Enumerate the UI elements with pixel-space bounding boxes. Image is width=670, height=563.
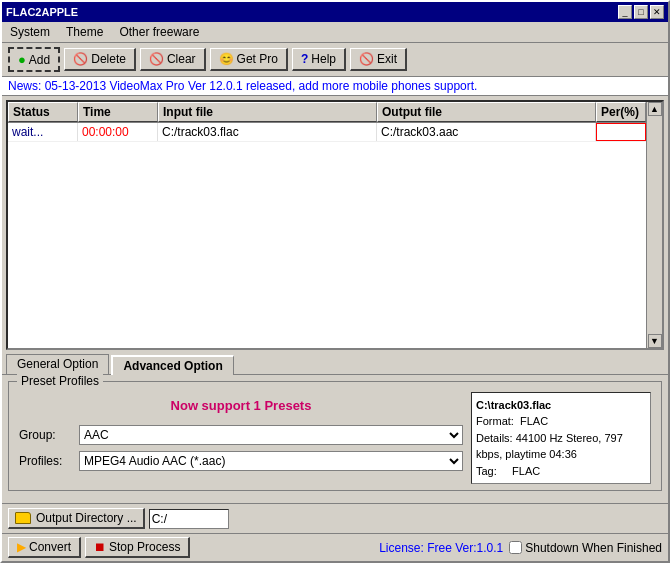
delete-button[interactable]: 🚫 Delete <box>64 48 136 71</box>
col-input: Input file <box>158 102 377 122</box>
col-percent: Per(%) <box>596 102 646 122</box>
menu-theme[interactable]: Theme <box>62 24 107 40</box>
info-line-2: Details: 44100 Hz Stereo, 797 <box>476 430 646 447</box>
cell-time: 00:00:00 <box>78 123 158 141</box>
add-button[interactable]: ● Add <box>8 47 60 72</box>
title-bar: FLAC2APPLE _ □ ✕ <box>2 2 668 22</box>
news-bar: News: 05-13-2013 VideoMax Pro Ver 12.0.1… <box>2 76 668 96</box>
exit-icon: 🚫 <box>359 52 374 66</box>
stop-icon: ⏹ <box>94 540 106 554</box>
cell-status: wait... <box>8 123 78 141</box>
toolbar: ● Add 🚫 Delete 🚫 Clear 😊 Get Pro ? Help … <box>2 43 668 76</box>
tab-general[interactable]: General Option <box>6 354 109 374</box>
title-bar-buttons: _ □ ✕ <box>618 5 664 19</box>
action-left: ▶ Convert ⏹ Stop Process <box>8 537 190 558</box>
news-text: News: 05-13-2013 VideoMax Pro Ver 12.0.1… <box>8 79 477 93</box>
add-icon: ● <box>18 52 26 67</box>
file-list-body: wait... 00:00:00 C:/track03.flac C:/trac… <box>8 123 646 348</box>
profiles-select[interactable]: MPEG4 Audio AAC (*.aac) <box>79 451 463 471</box>
getpro-button[interactable]: 😊 Get Pro <box>210 48 288 71</box>
main-window: FLAC2APPLE _ □ ✕ System Theme Other free… <box>0 0 670 563</box>
scroll-up-button[interactable]: ▲ <box>648 102 662 116</box>
shutdown-checkbox[interactable] <box>509 541 522 554</box>
info-line-4: Tag: FLAC <box>476 463 646 480</box>
help-button[interactable]: ? Help <box>292 48 346 71</box>
convert-button[interactable]: ▶ Convert <box>8 537 81 558</box>
minimize-button[interactable]: _ <box>618 5 632 19</box>
cell-output: C:/track03.aac <box>377 123 596 141</box>
col-status: Status <box>8 102 78 122</box>
options-panel: Preset Profiles Now support 1 Presets Gr… <box>2 374 668 504</box>
stop-process-button[interactable]: ⏹ Stop Process <box>85 537 190 558</box>
scrollbar-vertical[interactable]: ▲ ▼ <box>646 102 662 348</box>
tab-advanced[interactable]: Advanced Option <box>111 355 233 375</box>
info-line-1: Format: FLAC <box>476 413 646 430</box>
delete-icon: 🚫 <box>73 52 88 66</box>
preset-profiles-legend: Preset Profiles <box>17 374 103 388</box>
getpro-icon: 😊 <box>219 52 234 66</box>
clear-icon: 🚫 <box>149 52 164 66</box>
action-bar: ▶ Convert ⏹ Stop Process License: Free V… <box>2 533 668 561</box>
output-directory-bar: Output Directory ... <box>2 503 668 533</box>
group-field: Group: AAC <box>19 425 463 445</box>
group-select[interactable]: AAC <box>79 425 463 445</box>
action-right: License: Free Ver:1.0.1 Shutdown When Fi… <box>379 541 662 555</box>
help-icon: ? <box>301 52 308 66</box>
info-line-0: C:\track03.flac <box>476 397 646 414</box>
tabs-area: General Option Advanced Option <box>2 350 668 374</box>
preset-profiles-group: Preset Profiles Now support 1 Presets Gr… <box>8 381 662 492</box>
preset-inner: Now support 1 Presets Group: AAC Profile… <box>19 392 651 485</box>
scroll-down-button[interactable]: ▼ <box>648 334 662 348</box>
menu-bar: System Theme Other freeware <box>2 22 668 43</box>
clear-button[interactable]: 🚫 Clear <box>140 48 206 71</box>
preset-info-box: C:\track03.flac Format: FLAC Details: 44… <box>471 392 651 485</box>
close-button[interactable]: ✕ <box>650 5 664 19</box>
output-directory-button[interactable]: Output Directory ... <box>8 508 145 529</box>
support-text: Now support 1 Presets <box>19 392 463 419</box>
shutdown-label[interactable]: Shutdown When Finished <box>509 541 662 555</box>
profiles-label: Profiles: <box>19 454 79 468</box>
cell-input: C:/track03.flac <box>158 123 377 141</box>
col-time: Time <box>78 102 158 122</box>
exit-button[interactable]: 🚫 Exit <box>350 48 407 71</box>
menu-system[interactable]: System <box>6 24 54 40</box>
group-label: Group: <box>19 428 79 442</box>
cell-percent <box>596 123 646 141</box>
profiles-field: Profiles: MPEG4 Audio AAC (*.aac) <box>19 451 463 471</box>
col-output: Output file <box>377 102 596 122</box>
file-list-header: Status Time Input file Output file Per(%… <box>8 102 646 123</box>
menu-other[interactable]: Other freeware <box>115 24 203 40</box>
window-title: FLAC2APPLE <box>6 6 78 18</box>
table-row[interactable]: wait... 00:00:00 C:/track03.flac C:/trac… <box>8 123 646 142</box>
maximize-button[interactable]: □ <box>634 5 648 19</box>
preset-left: Now support 1 Presets Group: AAC Profile… <box>19 392 463 485</box>
license-text: License: Free Ver:1.0.1 <box>379 541 503 555</box>
info-line-3: kbps, playtime 04:36 <box>476 446 646 463</box>
convert-icon: ▶ <box>17 540 26 554</box>
folder-icon <box>15 512 31 524</box>
output-directory-input[interactable] <box>149 509 229 529</box>
